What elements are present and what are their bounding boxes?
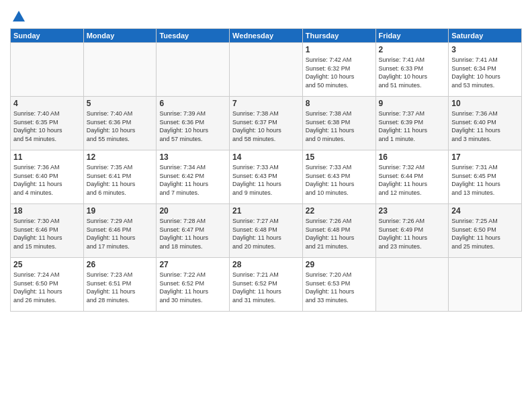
calendar-cell <box>157 43 230 97</box>
day-number: 11 <box>13 152 81 162</box>
day-number: 27 <box>159 260 226 269</box>
day-number: 2 <box>379 45 446 54</box>
cell-content: Sunrise: 7:27 AM Sunset: 6:48 PM Dayligh… <box>232 217 300 250</box>
cell-content: Sunrise: 7:33 AM Sunset: 6:43 PM Dayligh… <box>306 163 373 197</box>
calendar-cell: 26Sunrise: 7:23 AM Sunset: 6:51 PM Dayli… <box>83 258 157 312</box>
calendar-cell: 23Sunrise: 7:26 AM Sunset: 6:49 PM Dayli… <box>375 204 449 258</box>
day-number: 21 <box>232 206 300 216</box>
calendar-cell <box>375 258 449 312</box>
day-number: 20 <box>159 206 226 216</box>
cell-content: Sunrise: 7:40 AM Sunset: 6:35 PM Dayligh… <box>13 109 81 143</box>
day-number: 18 <box>13 206 81 216</box>
cell-content: Sunrise: 7:35 AM Sunset: 6:41 PM Dayligh… <box>87 163 154 197</box>
calendar-cell <box>449 258 522 312</box>
calendar-cell: 29Sunrise: 7:20 AM Sunset: 6:53 PM Dayli… <box>302 258 375 312</box>
calendar-cell: 11Sunrise: 7:36 AM Sunset: 6:40 PM Dayli… <box>11 150 84 204</box>
calendar-cell: 28Sunrise: 7:21 AM Sunset: 6:52 PM Dayli… <box>230 258 303 312</box>
calendar-cell: 27Sunrise: 7:22 AM Sunset: 6:52 PM Dayli… <box>157 258 230 312</box>
cell-content: Sunrise: 7:38 AM Sunset: 6:37 PM Dayligh… <box>232 109 300 143</box>
day-number: 29 <box>306 260 373 269</box>
calendar-week-row: 25Sunrise: 7:24 AM Sunset: 6:50 PM Dayli… <box>11 258 522 312</box>
calendar-cell: 15Sunrise: 7:33 AM Sunset: 6:43 PM Dayli… <box>302 150 375 204</box>
calendar-cell: 7Sunrise: 7:38 AM Sunset: 6:37 PM Daylig… <box>230 97 303 150</box>
day-number: 9 <box>379 99 446 108</box>
cell-content: Sunrise: 7:28 AM Sunset: 6:47 PM Dayligh… <box>159 217 226 250</box>
day-number: 26 <box>87 260 154 269</box>
calendar-cell <box>230 43 303 97</box>
cell-content: Sunrise: 7:37 AM Sunset: 6:39 PM Dayligh… <box>379 109 446 143</box>
cell-content: Sunrise: 7:26 AM Sunset: 6:48 PM Dayligh… <box>306 217 373 250</box>
weekday-header-friday: Friday <box>375 29 449 43</box>
calendar-cell: 4Sunrise: 7:40 AM Sunset: 6:35 PM Daylig… <box>11 97 84 150</box>
calendar-body: 1Sunrise: 7:42 AM Sunset: 6:32 PM Daylig… <box>11 43 522 312</box>
calendar-cell: 8Sunrise: 7:38 AM Sunset: 6:38 PM Daylig… <box>302 97 375 150</box>
calendar-cell: 24Sunrise: 7:25 AM Sunset: 6:50 PM Dayli… <box>449 204 522 258</box>
day-number: 8 <box>306 99 373 108</box>
cell-content: Sunrise: 7:36 AM Sunset: 6:40 PM Dayligh… <box>451 109 519 143</box>
calendar-cell: 10Sunrise: 7:36 AM Sunset: 6:40 PM Dayli… <box>449 97 522 150</box>
cell-content: Sunrise: 7:41 AM Sunset: 6:34 PM Dayligh… <box>451 56 519 89</box>
calendar-cell: 17Sunrise: 7:31 AM Sunset: 6:45 PM Dayli… <box>449 150 522 204</box>
day-number: 17 <box>451 152 519 162</box>
calendar-header: SundayMondayTuesdayWednesdayThursdayFrid… <box>11 29 522 43</box>
cell-content: Sunrise: 7:40 AM Sunset: 6:36 PM Dayligh… <box>87 109 154 143</box>
day-number: 23 <box>379 206 446 216</box>
calendar-cell: 18Sunrise: 7:30 AM Sunset: 6:46 PM Dayli… <box>11 204 84 258</box>
cell-content: Sunrise: 7:42 AM Sunset: 6:32 PM Dayligh… <box>306 56 373 89</box>
day-number: 6 <box>159 99 226 108</box>
page: SundayMondayTuesdayWednesdayThursdayFrid… <box>0 0 532 411</box>
calendar-cell <box>11 43 84 97</box>
calendar-cell: 25Sunrise: 7:24 AM Sunset: 6:50 PM Dayli… <box>11 258 84 312</box>
cell-content: Sunrise: 7:41 AM Sunset: 6:33 PM Dayligh… <box>379 56 446 89</box>
logo-icon <box>11 9 26 24</box>
cell-content: Sunrise: 7:25 AM Sunset: 6:50 PM Dayligh… <box>451 217 519 250</box>
weekday-header-saturday: Saturday <box>449 29 522 43</box>
weekday-header-sunday: Sunday <box>11 29 84 43</box>
calendar-cell <box>83 43 157 97</box>
calendar-cell: 13Sunrise: 7:34 AM Sunset: 6:42 PM Dayli… <box>157 150 230 204</box>
calendar-cell: 21Sunrise: 7:27 AM Sunset: 6:48 PM Dayli… <box>230 204 303 258</box>
day-number: 10 <box>451 99 519 108</box>
calendar-week-row: 18Sunrise: 7:30 AM Sunset: 6:46 PM Dayli… <box>11 204 522 258</box>
cell-content: Sunrise: 7:21 AM Sunset: 6:52 PM Dayligh… <box>232 271 300 304</box>
weekday-header-row: SundayMondayTuesdayWednesdayThursdayFrid… <box>11 29 522 43</box>
calendar-cell: 22Sunrise: 7:26 AM Sunset: 6:48 PM Dayli… <box>302 204 375 258</box>
cell-content: Sunrise: 7:38 AM Sunset: 6:38 PM Dayligh… <box>306 109 373 143</box>
day-number: 28 <box>232 260 300 269</box>
cell-content: Sunrise: 7:22 AM Sunset: 6:52 PM Dayligh… <box>159 271 226 304</box>
calendar-cell: 2Sunrise: 7:41 AM Sunset: 6:33 PM Daylig… <box>375 43 449 97</box>
cell-content: Sunrise: 7:36 AM Sunset: 6:40 PM Dayligh… <box>13 163 81 197</box>
cell-content: Sunrise: 7:32 AM Sunset: 6:44 PM Dayligh… <box>379 163 446 197</box>
svg-marker-0 <box>13 11 25 21</box>
day-number: 7 <box>232 99 300 108</box>
cell-content: Sunrise: 7:20 AM Sunset: 6:53 PM Dayligh… <box>306 271 373 304</box>
cell-content: Sunrise: 7:31 AM Sunset: 6:45 PM Dayligh… <box>451 163 519 197</box>
calendar-week-row: 11Sunrise: 7:36 AM Sunset: 6:40 PM Dayli… <box>11 150 522 204</box>
calendar-week-row: 1Sunrise: 7:42 AM Sunset: 6:32 PM Daylig… <box>11 43 522 97</box>
cell-content: Sunrise: 7:26 AM Sunset: 6:49 PM Dayligh… <box>379 217 446 250</box>
cell-content: Sunrise: 7:33 AM Sunset: 6:43 PM Dayligh… <box>232 163 300 197</box>
cell-content: Sunrise: 7:29 AM Sunset: 6:46 PM Dayligh… <box>87 217 154 250</box>
day-number: 15 <box>306 152 373 162</box>
calendar-cell: 14Sunrise: 7:33 AM Sunset: 6:43 PM Dayli… <box>230 150 303 204</box>
calendar-cell: 16Sunrise: 7:32 AM Sunset: 6:44 PM Dayli… <box>375 150 449 204</box>
day-number: 25 <box>13 260 81 269</box>
calendar-cell: 19Sunrise: 7:29 AM Sunset: 6:46 PM Dayli… <box>83 204 157 258</box>
day-number: 22 <box>306 206 373 216</box>
weekday-header-tuesday: Tuesday <box>157 29 230 43</box>
day-number: 4 <box>13 99 81 108</box>
header <box>10 7 522 24</box>
cell-content: Sunrise: 7:23 AM Sunset: 6:51 PM Dayligh… <box>87 271 154 304</box>
cell-content: Sunrise: 7:24 AM Sunset: 6:50 PM Dayligh… <box>13 271 81 304</box>
logo <box>10 9 26 24</box>
weekday-header-wednesday: Wednesday <box>230 29 303 43</box>
calendar-cell: 9Sunrise: 7:37 AM Sunset: 6:39 PM Daylig… <box>375 97 449 150</box>
weekday-header-thursday: Thursday <box>302 29 375 43</box>
day-number: 14 <box>232 152 300 162</box>
day-number: 16 <box>379 152 446 162</box>
day-number: 5 <box>87 99 154 108</box>
day-number: 12 <box>87 152 154 162</box>
calendar-cell: 12Sunrise: 7:35 AM Sunset: 6:41 PM Dayli… <box>83 150 157 204</box>
calendar-cell: 1Sunrise: 7:42 AM Sunset: 6:32 PM Daylig… <box>302 43 375 97</box>
cell-content: Sunrise: 7:34 AM Sunset: 6:42 PM Dayligh… <box>159 163 226 197</box>
